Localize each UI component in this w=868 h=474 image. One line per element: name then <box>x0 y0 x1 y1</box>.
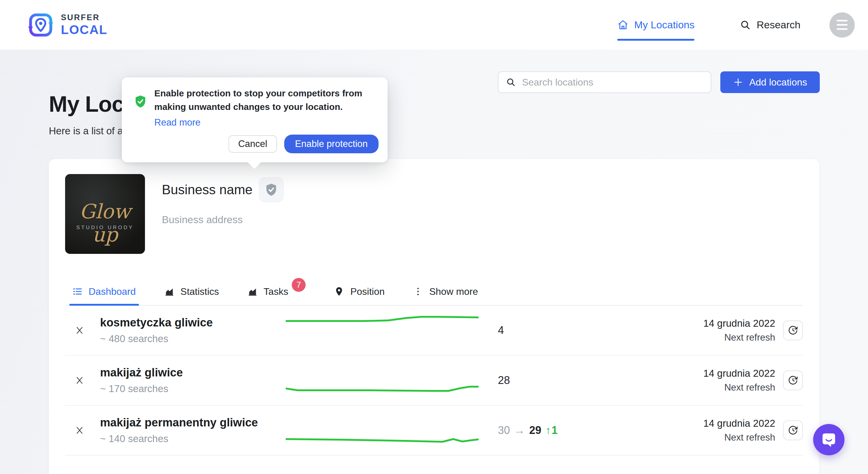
keyword-row: kosmetyczka gliwice ~ 480 searches 4 14 … <box>65 306 803 356</box>
keyword-volume: ~ 480 searches <box>100 333 281 344</box>
tab-position-label: Position <box>350 286 384 297</box>
keyword-trend-sparkline <box>286 356 478 405</box>
search-locations-input[interactable] <box>521 76 704 88</box>
refresh-history-icon <box>787 425 798 436</box>
keyword-volume: ~ 140 searches <box>100 433 281 444</box>
close-x-icon <box>74 375 85 385</box>
tab-tasks[interactable]: Tasks 7 <box>247 278 306 305</box>
keyword-row: makijaż permanentny gliwice ~ 140 search… <box>65 406 803 455</box>
keyword-volume: ~ 170 searches <box>100 383 281 395</box>
enable-protection-popover: Enable protection to stop your competito… <box>122 77 388 162</box>
chat-launcher-button[interactable] <box>813 424 844 455</box>
close-x-icon <box>74 325 85 336</box>
keyword-trend-sparkline <box>286 405 478 455</box>
home-icon <box>617 19 629 31</box>
refresh-history-button[interactable] <box>783 420 803 440</box>
chart-icon <box>164 286 175 297</box>
avatar-menu-button[interactable] <box>830 12 855 38</box>
enable-protection-button[interactable]: Enable protection <box>284 135 378 153</box>
nav-my-locations-label: My Locations <box>634 19 694 31</box>
plus-icon <box>733 77 743 87</box>
tab-statistics[interactable]: Statistics <box>164 278 219 305</box>
shield-check-icon <box>133 94 148 109</box>
refresh-history-button[interactable] <box>783 320 803 340</box>
keyword-trend-sparkline <box>286 305 478 356</box>
keyword-trend-sparkline <box>286 455 478 474</box>
business-address: Business address <box>162 214 284 226</box>
add-locations-label: Add locations <box>749 77 807 88</box>
keyword-name: kosmetyczka gliwice <box>100 316 281 329</box>
tab-statistics-label: Statistics <box>181 286 219 297</box>
business-header: Glow up STUDIO URODY Business name Busin… <box>65 174 803 254</box>
keyword-name: makijaż permanentny gliwice <box>100 416 281 429</box>
brand-line1: SURFER <box>61 13 107 22</box>
keyword-position: 4 <box>498 324 703 337</box>
refresh-date: 14 grudnia 2022 <box>703 418 775 429</box>
tab-position[interactable]: Position <box>334 278 384 305</box>
delete-keyword-button[interactable] <box>72 373 87 388</box>
keyword-row: makijaż gliwice ~ 170 searches 28 14 gru… <box>65 356 803 406</box>
refresh-date-block: 14 grudnia 2022 Next refresh <box>703 368 775 393</box>
locations-toolbar: Add locations <box>498 71 820 93</box>
list-icon <box>72 286 83 297</box>
surfer-local-logo[interactable]: SURFER LOCAL <box>28 12 107 38</box>
position-change: ↑1 <box>546 424 558 437</box>
nav-active-underline <box>617 39 694 41</box>
current-position: 4 <box>498 324 504 337</box>
tab-show-more-label: Show more <box>429 286 478 297</box>
nav-my-locations[interactable]: My Locations <box>617 0 694 50</box>
tasks-count-badge: 7 <box>292 278 306 292</box>
keyword-info: makijaż permanentny gliwice ~ 140 search… <box>100 416 281 444</box>
refresh-history-icon <box>787 325 798 336</box>
business-name: Business name <box>162 182 253 197</box>
top-bar: SURFER LOCAL My Locations Research <box>0 0 868 50</box>
tab-tasks-label: Tasks <box>264 286 288 297</box>
keyword-position: 30 → 29 ↑1 <box>498 424 703 437</box>
cancel-button[interactable]: Cancel <box>228 135 277 153</box>
delete-keyword-button[interactable] <box>72 473 87 474</box>
location-tabs: Dashboard Statistics Tasks 7 <box>65 278 803 306</box>
refresh-history-icon <box>787 375 798 386</box>
tab-active-underline <box>69 304 139 306</box>
verified-shield-icon <box>264 182 278 197</box>
refresh-history-button[interactable] <box>783 370 803 390</box>
refresh-label: Next refresh <box>703 332 775 343</box>
keyword-info: makijaż gliwice ~ 170 searches <box>100 366 281 395</box>
search-icon <box>740 19 751 31</box>
nav-research-label: Research <box>756 19 801 31</box>
surfer-local-logo-icon <box>28 12 54 38</box>
business-logo: Glow up STUDIO URODY <box>65 174 145 254</box>
popover-message: Enable protection to stop your competito… <box>154 87 378 113</box>
current-position: 28 <box>498 374 510 387</box>
location-card: Glow up STUDIO URODY Business name Busin… <box>49 159 819 474</box>
refresh-label: Next refresh <box>703 382 775 393</box>
protection-shield-button[interactable] <box>258 177 284 202</box>
current-position: 29 <box>529 424 541 437</box>
search-icon <box>506 77 516 87</box>
business-logo-script: Glow up <box>65 200 145 246</box>
keyword-position: 28 <box>498 374 703 387</box>
keyword-list: kosmetyczka gliwice ~ 480 searches 4 14 … <box>65 306 803 474</box>
refresh-date-block: 14 grudnia 2022 Next refresh <box>703 318 775 343</box>
pin-icon <box>334 286 344 297</box>
keyword-row: salon kosmetyczny gliwice <box>65 455 803 474</box>
tab-show-more[interactable]: Show more <box>413 278 478 305</box>
tab-dashboard[interactable]: Dashboard <box>72 278 136 305</box>
delete-keyword-button[interactable] <box>72 323 87 338</box>
add-locations-button[interactable]: Add locations <box>720 71 820 93</box>
keyword-name: makijaż gliwice <box>100 366 281 379</box>
previous-position: 30 <box>498 424 510 437</box>
refresh-label: Next refresh <box>703 432 775 443</box>
close-x-icon <box>74 425 85 435</box>
business-logo-subtitle: STUDIO URODY <box>65 225 145 231</box>
brand-line2: LOCAL <box>61 24 107 36</box>
hamburger-icon <box>837 20 847 30</box>
nav-research[interactable]: Research <box>740 0 801 50</box>
chart-icon <box>247 286 258 297</box>
dots-vertical-icon <box>413 286 423 297</box>
refresh-date: 14 grudnia 2022 <box>703 368 775 379</box>
refresh-date-block: 14 grudnia 2022 Next refresh <box>703 418 775 443</box>
read-more-link[interactable]: Read more <box>154 117 200 128</box>
delete-keyword-button[interactable] <box>72 422 87 438</box>
search-locations-box <box>498 71 711 93</box>
